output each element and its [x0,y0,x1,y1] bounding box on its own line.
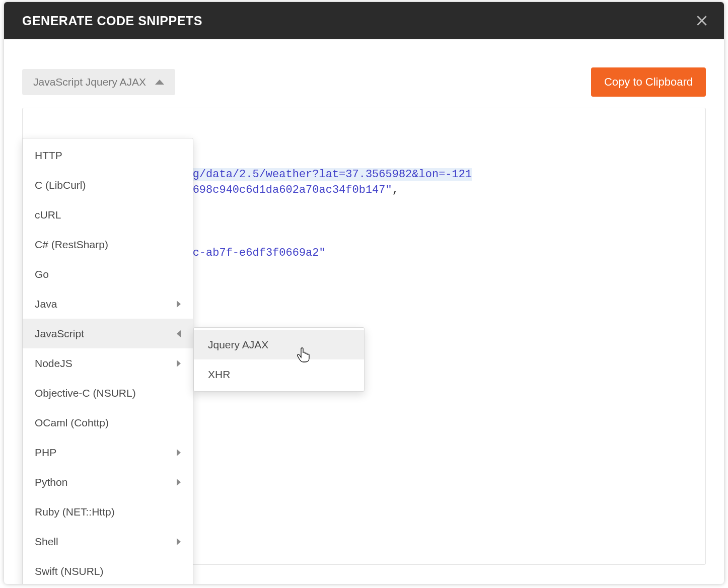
menu-item-label: cURL [35,209,61,221]
menu-item-label: Objective-C (NSURL) [35,387,136,399]
menu-item-java[interactable]: Java [23,289,193,319]
menu-item-curl[interactable]: cURL [23,200,193,230]
code-text: , [392,184,399,196]
chevron-right-icon [177,360,181,367]
menu-item-label: Swift (NSURL) [35,565,104,577]
menu-item-label: PHP [35,447,56,459]
menu-item-label: HTTP [35,150,62,162]
caret-up-icon [155,80,164,85]
language-submenu-javascript: Jquery AJAX XHR [193,327,365,392]
language-menu: HTTP C (LibCurl) cURL C# (RestSharp) Go … [22,138,193,584]
menu-item-nodejs[interactable]: NodeJS [23,348,193,378]
menu-item-label: Ruby (NET::Http) [35,506,115,518]
toolbar: JavaScript Jquery AJAX Copy to Clipboard [22,67,706,97]
chevron-right-icon [177,449,181,456]
copy-to-clipboard-button[interactable]: Copy to Clipboard [591,67,706,97]
language-dropdown[interactable]: JavaScript Jquery AJAX [22,69,175,95]
menu-item-objc[interactable]: Objective-C (NSURL) [23,378,193,408]
menu-item-label: C# (RestSharp) [35,239,108,251]
chevron-left-icon [177,330,181,337]
menu-item-ruby[interactable]: Ruby (NET::Http) [23,497,193,527]
menu-item-label: Shell [35,536,58,548]
menu-item-label: Python [35,476,67,488]
modal-generate-code: GENERATE CODE SNIPPETS JavaScript Jquery… [4,2,724,584]
menu-item-label: C (LibCurl) [35,179,86,191]
menu-item-label: OCaml (Cohttp) [35,417,109,429]
menu-item-javascript[interactable]: JavaScript [23,319,193,348]
menu-item-swift[interactable]: Swift (NSURL) [23,556,193,584]
menu-item-python[interactable]: Python [23,467,193,497]
menu-item-label: NodeJS [35,357,72,370]
code-string: " [386,184,392,196]
chevron-right-icon [177,479,181,486]
submenu-item-xhr[interactable]: XHR [194,359,364,389]
chevron-right-icon [177,301,181,308]
menu-item-shell[interactable]: Shell [23,527,193,556]
menu-item-label: JavaScript [35,328,84,340]
menu-item-label: Jquery AJAX [208,339,268,351]
menu-item-ocaml[interactable]: OCaml (Cohttp) [23,408,193,437]
menu-item-c-libcurl[interactable]: C (LibCurl) [23,170,193,200]
menu-item-php[interactable]: PHP [23,437,193,467]
menu-item-go[interactable]: Go [23,259,193,289]
menu-item-label: Java [35,298,57,310]
menu-item-label: XHR [208,369,230,381]
chevron-right-icon [177,538,181,545]
modal-header: GENERATE CODE SNIPPETS [4,2,724,39]
menu-item-csharp[interactable]: C# (RestSharp) [23,230,193,259]
menu-item-http[interactable]: HTTP [23,140,193,170]
menu-item-label: Go [35,268,49,280]
submenu-item-jquery-ajax[interactable]: Jquery AJAX [194,330,364,359]
modal-body: JavaScript Jquery AJAX Copy to Clipboard… [4,39,724,584]
modal-title: GENERATE CODE SNIPPETS [22,14,202,28]
language-dropdown-label: JavaScript Jquery AJAX [33,76,146,88]
close-icon [695,14,708,27]
close-button[interactable] [694,13,710,29]
